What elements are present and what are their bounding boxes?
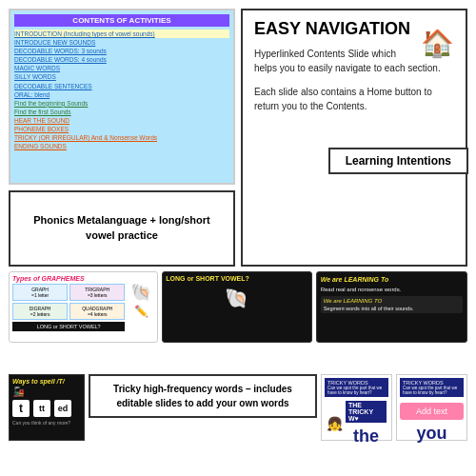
spell-caption: Can you think of any more? (12, 420, 81, 426)
contents-item[interactable]: TRICKY (OR IRREGULAR) And & Nonsense Wor… (14, 133, 229, 142)
trigraph-box: TRIGRAPH=3 letters (69, 284, 125, 301)
contents-header: CONTENTS OF ACTIVITIES (14, 14, 229, 27)
tricky-word-banner: THE TRICKY W♥️ (346, 401, 387, 423)
contents-item[interactable]: Find the beginning Sounds (14, 99, 229, 108)
learning-intentions-label-box: Learning Intentions (328, 148, 468, 174)
contents-item[interactable]: DECODABLE WORDS: 4 sounds (14, 55, 229, 64)
long-short-slide-body: 🐚 (166, 287, 307, 309)
li-header-1: We are LEARNING To (321, 276, 463, 283)
contents-item[interactable]: PHONEME BOXES (14, 125, 229, 133)
house-icon: 🏠 (421, 28, 454, 59)
contents-item[interactable]: DECODABLE WORDS: 3 sounds (14, 47, 229, 55)
phonics-label-box: Phonics Metalanguage + long/short vowel … (9, 190, 235, 267)
easy-nav-panel: EASY NAVIGATION 🏠 Hyperlinked Contents S… (241, 9, 467, 267)
spell-letters: t tt ed (12, 400, 81, 417)
li-card-1: We are LEARNING TO Segment words into al… (321, 296, 463, 313)
long-short-slide-title: LONG or SHORT VOWEL? (166, 275, 307, 282)
phonics-label-text: Phonics Metalanguage + long/short vowel … (20, 213, 224, 243)
li-body-1: Read real and nonsense words. (321, 286, 463, 293)
slide-tricky-the[interactable]: TRICKY WORDS Can we spot the part that w… (321, 374, 392, 441)
contents-item[interactable]: Find the first Sounds (14, 108, 229, 116)
slide-graphemes[interactable]: Types of GRAPHEMES GRAPH=1 letter TRIGRA… (9, 271, 158, 343)
tw-subheader2: Can we spot the part that we have to kno… (403, 386, 461, 395)
tw-add-text[interactable]: Add text (400, 403, 464, 420)
tw-word-you: you (400, 424, 464, 444)
long-short-label: LONG or SHORT VOWEL? (12, 322, 125, 331)
contents-item[interactable]: SILLY WORDS (14, 72, 229, 81)
contents-panel: CONTENTS OF ACTIVITIES INTRODUCTION (Inc… (9, 9, 235, 185)
slide-graphemes-title: Types of GRAPHEMES (12, 275, 154, 282)
train-icon: 🚂 (12, 387, 81, 397)
contents-item[interactable]: HEAR THE SOUND (14, 116, 229, 125)
tricky-label-text: Tricky high-frequency words – includes e… (98, 382, 307, 410)
slide-spell-t[interactable]: Ways to spell /T/ 🚂 t tt ed Can you thin… (9, 374, 85, 441)
slide-long-short[interactable]: LONG or SHORT VOWEL? 🐚 (162, 271, 311, 343)
bottom-row: Ways to spell /T/ 🚂 t tt ed Can you thin… (6, 372, 470, 470)
tricky-kids-icon: 👧 (327, 416, 343, 431)
slides-row: Types of GRAPHEMES GRAPH=1 letter TRIGRA… (6, 269, 470, 372)
graph-box: GRAPH=1 letter (12, 284, 68, 301)
easy-nav-para2: Each slide also contains a Home button t… (254, 85, 454, 113)
contents-item[interactable]: INTRODUCE NEW SOUNDS (14, 38, 229, 47)
shell-icon: 🐚 (130, 282, 151, 303)
slide-li-1[interactable]: We are LEARNING To Read real and nonsens… (316, 271, 467, 343)
contents-item[interactable]: ENDING SOUNDS (14, 142, 229, 150)
digraph-box: DIGRAPH=2 letters (12, 303, 68, 320)
contents-item[interactable]: INTRODUCTION (Including types of vowel s… (14, 30, 229, 38)
li-card-header: We are LEARNING TO (324, 298, 460, 304)
tw-header-you: TRICKY WORDS Can we spot the part that w… (400, 378, 464, 397)
slide-tricky-you[interactable]: TRICKY WORDS Can we spot the part that w… (396, 374, 467, 441)
quadgraph-box: QUADGRAPH=4 letters (69, 303, 125, 320)
letter-tt: tt (33, 400, 50, 417)
letter-t: t (12, 400, 30, 417)
spell-title: Ways to spell /T/ (12, 378, 81, 385)
li-card-body: Segment words into all of their sounds. (324, 306, 460, 311)
contents-item[interactable]: DECODABLE SENTENCES (14, 82, 229, 90)
eraser-icon: ✏️ (134, 305, 149, 318)
tw-word-the: the (346, 426, 387, 446)
contents-item[interactable]: ORAL: blend (14, 90, 229, 99)
tw-subheader: Can we spot the part that we have to kno… (327, 386, 386, 395)
letter-ed: ed (54, 400, 71, 417)
tw-header-the: TRICKY WORDS Can we spot the part that w… (325, 378, 388, 397)
learning-intentions-label-text: Learning Intentions (346, 154, 451, 168)
contents-item[interactable]: MAGIC WORDS (14, 64, 229, 72)
tricky-label-box: Tricky high-frequency words – includes e… (89, 374, 317, 418)
